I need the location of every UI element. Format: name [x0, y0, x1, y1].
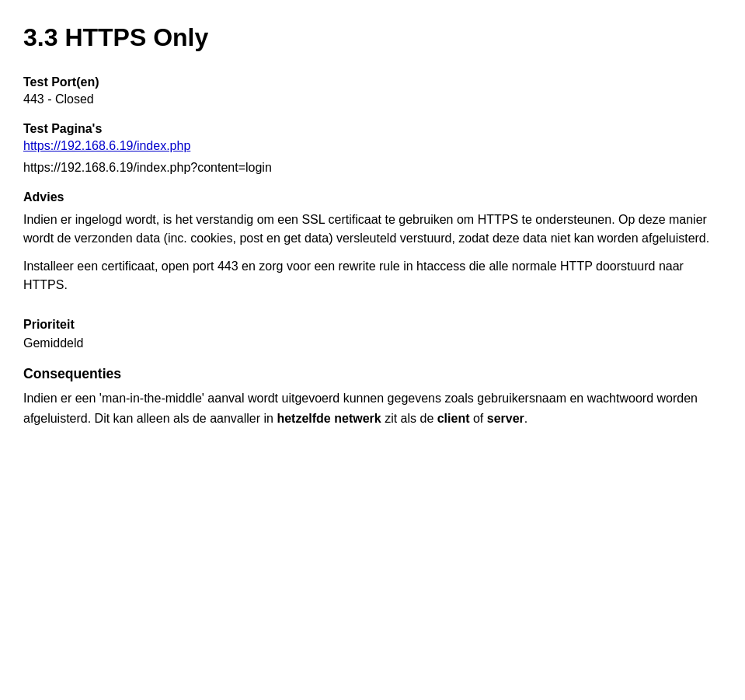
test-port-value: 443 - Closed: [23, 92, 722, 106]
test-paginas-section: Test Pagina's https://192.168.6.19/index…: [23, 122, 722, 175]
test-port-label: Test Port(en): [23, 75, 722, 89]
consequenties-bold1: hetzelfde netwerk: [277, 412, 381, 425]
consequenties-text: Indien er een 'man-in-the-middle' aanval…: [23, 388, 722, 428]
test-pagina-link[interactable]: https://192.168.6.19/index.php: [23, 139, 190, 152]
consequenties-label: Consequenties: [23, 366, 722, 382]
advies-text1: Indien er ingelogd wordt, is het verstan…: [23, 211, 722, 248]
consequenties-section: Consequenties Indien er een 'man-in-the-…: [23, 366, 722, 428]
page-title: 3.3 HTTPS Only: [23, 23, 722, 52]
advies-label: Advies: [23, 190, 722, 204]
consequenties-bold3: server: [487, 412, 524, 425]
prioriteit-value: Gemiddeld: [23, 336, 722, 350]
advies-text2: Installeer een certificaat, open port 44…: [23, 257, 722, 294]
test-pagina-value2: https://192.168.6.19/index.php?content=l…: [23, 161, 722, 175]
prioriteit-label: Prioriteit: [23, 318, 722, 332]
test-port-section: Test Port(en) 443 - Closed: [23, 75, 722, 106]
prioriteit-section: Prioriteit Gemiddeld: [23, 318, 722, 350]
consequenties-text-part4: .: [524, 412, 527, 425]
test-paginas-label: Test Pagina's: [23, 122, 722, 136]
advies-section: Advies Indien er ingelogd wordt, is het …: [23, 190, 722, 294]
consequenties-text-part2: zit als de: [381, 412, 437, 425]
consequenties-bold2: client: [437, 412, 470, 425]
consequenties-text-part3: of: [470, 412, 487, 425]
